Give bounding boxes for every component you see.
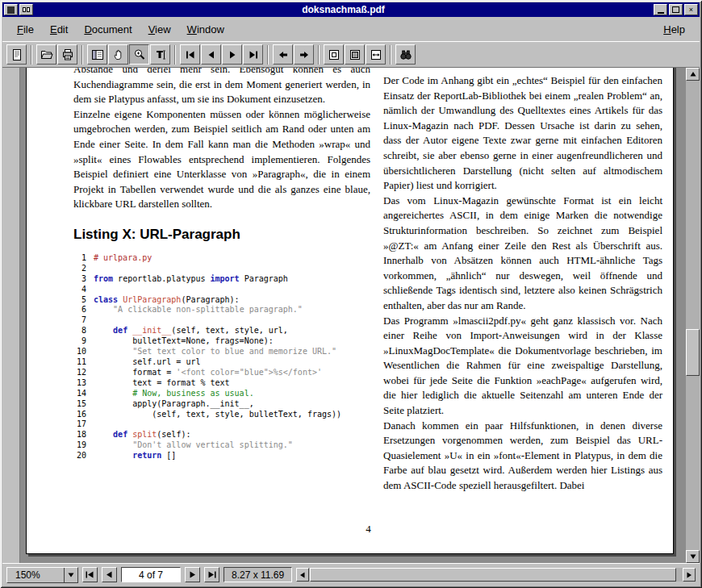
actual-size-button[interactable] — [324, 44, 344, 65]
zoom-level: 150% — [7, 568, 64, 582]
binoculars-icon — [399, 48, 412, 61]
toolbar-separator — [174, 45, 176, 65]
scroll-down-button[interactable] — [686, 550, 700, 563]
first-page-icon — [184, 48, 197, 61]
find-button[interactable] — [395, 44, 416, 65]
maximize-button[interactable] — [669, 4, 683, 15]
code-line: 10 "Set text color to blue and memorize … — [75, 347, 370, 357]
code-line: 15 apply(Paragraph.__init__, — [75, 399, 370, 410]
document-viewport[interactable]: Abstände und derlei mehr sein. Ebensogut… — [20, 68, 686, 563]
menu-group-right: Help — [655, 19, 693, 40]
prev-page-icon — [106, 571, 113, 578]
arrow-left-icon — [299, 572, 306, 578]
menu-item-help[interactable]: Help — [655, 19, 693, 40]
minimize-icon — [658, 12, 664, 14]
code-line: 7 — [75, 315, 370, 326]
left-column: Abstände und derlei mehr sein. Ebensogut… — [73, 68, 370, 494]
scroll-right-button[interactable] — [683, 568, 696, 582]
page-indicator[interactable]: 4 of 7 — [121, 567, 181, 582]
code-line: 17 — [75, 419, 370, 430]
status-prev-page-button[interactable] — [102, 567, 117, 582]
scroll-left-button[interactable] — [296, 568, 309, 582]
horizontal-scrollbar[interactable] — [296, 568, 696, 582]
menu-item[interactable]: View — [140, 19, 179, 40]
next-view-button[interactable] — [294, 44, 314, 65]
app-menu-button[interactable] — [4, 4, 18, 15]
horizontal-scroll-thumb[interactable] — [310, 568, 676, 582]
zoom-tool-button[interactable] — [129, 44, 149, 65]
open-folder-icon — [40, 48, 53, 61]
nav-pane-icon — [91, 48, 104, 61]
status-bar: 150% 4 of 7 8.27 x 11.69 — [2, 563, 700, 586]
status-next-page-button[interactable] — [185, 567, 200, 582]
nav-pane-button[interactable] — [87, 44, 107, 65]
vertical-scrollbar[interactable] — [686, 68, 700, 563]
vertical-scroll-thumb[interactable] — [686, 329, 700, 376]
horizontal-scroll-track[interactable] — [309, 568, 683, 582]
toolbar-separator — [267, 45, 269, 65]
hand-icon — [112, 48, 125, 61]
prev-view-button[interactable] — [273, 44, 293, 65]
status-last-page-button[interactable] — [204, 567, 219, 582]
vertical-scroll-track[interactable] — [686, 81, 700, 550]
next-page-icon — [226, 48, 239, 61]
page-size-indicator: 8.27 x 11.69 — [224, 567, 292, 582]
window-menu-button[interactable] — [19, 4, 33, 15]
menu-item[interactable]: Document — [76, 19, 140, 40]
code-line: 2 — [75, 264, 370, 274]
code-line: 20 return [] — [75, 451, 370, 461]
code-line: 11 self.url = url — [75, 357, 370, 368]
close-button[interactable]: × — [684, 4, 698, 15]
open-file-button[interactable] — [36, 44, 56, 65]
page-view-button[interactable] — [6, 44, 27, 65]
menu-item[interactable]: File — [9, 19, 42, 40]
status-first-page-button[interactable] — [82, 567, 98, 582]
print-button[interactable] — [57, 44, 77, 65]
scroll-up-button[interactable] — [686, 68, 700, 81]
pdf-page[interactable]: Abstände und derlei mehr sein. Ebensogut… — [26, 68, 674, 554]
code-line: 5class UrlParagraph(Paragraph): — [75, 295, 370, 306]
code-line: 1# urlpara.py — [75, 253, 370, 264]
listing-heading: Listing X: URL-Paragraph — [73, 227, 370, 243]
fit-width-button[interactable] — [366, 44, 386, 65]
code-line: 16 (self, text, style, bulletText, frags… — [75, 410, 370, 420]
hand-tool-button[interactable] — [108, 44, 128, 65]
first-page-icon — [86, 571, 94, 578]
magnifier-icon — [133, 48, 146, 61]
arrow-up-icon — [690, 71, 696, 77]
last-page-icon — [247, 48, 260, 61]
back-arrow-icon — [277, 48, 290, 61]
first-page-button[interactable] — [180, 44, 200, 65]
next-page-button[interactable] — [222, 44, 242, 65]
text-select-tool-button[interactable] — [150, 44, 170, 65]
zoom-dropdown[interactable]: 150% — [6, 567, 78, 583]
toolbar — [2, 41, 700, 68]
code-line: 19 "Don't allow vertical splitting." — [75, 440, 370, 451]
toolbar-separator — [81, 45, 83, 65]
maximize-icon — [672, 6, 679, 13]
fit-window-button[interactable] — [345, 44, 365, 65]
code-line: 3from reportlab.platypus import Paragrap… — [75, 274, 370, 285]
left-column-paragraphs: Abstände und derlei mehr sein. Ebensogut… — [73, 68, 370, 212]
actual-size-icon — [328, 48, 341, 61]
paragraph: Das Programm »lmascii2pdf.py« geht ganz … — [383, 314, 662, 419]
code-line: 9 bulletText=None, frags=None): — [75, 336, 370, 347]
minimize-button[interactable] — [654, 4, 667, 15]
nav-pane-strip[interactable] — [2, 68, 20, 563]
right-column: Der Code im Anhang gibt ein „echtes“ Bei… — [383, 68, 662, 494]
menu-bar: FileEditDocumentViewWindow Help — [2, 17, 700, 41]
last-page-button[interactable] — [243, 44, 263, 65]
code-line: 8 def __init__(self, text, style, url, — [75, 326, 370, 336]
title-bar: doksnachmaß.pdf × — [2, 2, 700, 17]
page-columns: Abstände und derlei mehr sein. Ebensogut… — [73, 68, 663, 494]
print-icon — [61, 48, 74, 61]
zoom-dropdown-arrow-icon[interactable] — [64, 568, 77, 582]
prev-page-button[interactable] — [201, 44, 221, 65]
next-page-icon — [189, 571, 196, 578]
page-view-icon — [10, 48, 23, 61]
menu-item[interactable]: Edit — [42, 19, 76, 40]
paragraph: Abstände und derlei mehr sein. Ebensogut… — [73, 68, 370, 107]
menu-item[interactable]: Window — [179, 19, 232, 40]
toolbar-separator — [390, 45, 391, 65]
menu-group-left: FileEditDocumentViewWindow — [9, 19, 232, 40]
